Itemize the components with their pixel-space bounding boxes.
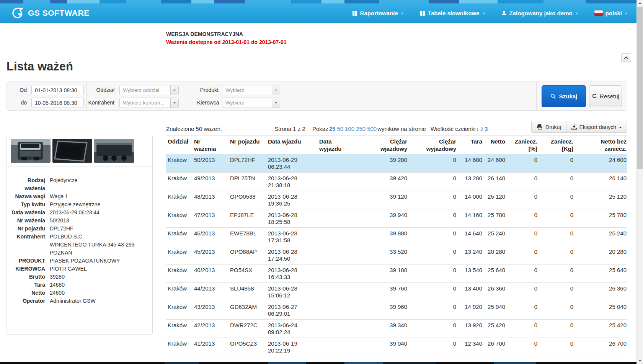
- col-header-zaniecz-proc[interactable]: Zaniecz.[%]: [506, 136, 538, 154]
- cell-netto: 26 140: [483, 173, 506, 191]
- date-filter-section: Od do: [7, 82, 87, 110]
- cell-nr-wazenia: 47/2013: [193, 209, 228, 228]
- detail-label: Rodzaj ważenia: [11, 176, 50, 193]
- vertical-scrollbar[interactable]: [636, 0, 643, 364]
- cell-netto: 26 700: [483, 338, 506, 356]
- nav-item-language[interactable]: polski: [594, 10, 628, 16]
- weighing-row[interactable]: Kraków49/2013DPL25TN2013-06-2821:38:1839…: [166, 173, 627, 191]
- cell-netto-bez-zaniecz: 20 280: [574, 246, 627, 264]
- book-icon: [420, 10, 425, 16]
- weighing-row[interactable]: Kraków42/2013DWR272C2013-06-2409:02:2439…: [166, 320, 627, 338]
- cell-netto-bez-zaniecz: 24 600: [574, 154, 627, 173]
- cell-tara: 13 920: [457, 320, 483, 338]
- nav-item-logged-in-user[interactable]: Zalogowany jako demo: [501, 10, 578, 16]
- weighing-row[interactable]: Kraków40/2013PO54SX2013-06-2816:43:3339 …: [166, 264, 627, 283]
- cell-zaniecz-proc: 0: [506, 320, 538, 338]
- driver-select[interactable]: Wybierz: [222, 98, 280, 108]
- page-size-option-25[interactable]: 25: [329, 126, 336, 132]
- page-size-option-50[interactable]: 50: [337, 126, 343, 132]
- weighing-row[interactable]: Kraków43/2013GD632AM2013-06-2706:29:0139…: [166, 301, 627, 320]
- page-size-option-500[interactable]: 500: [367, 126, 377, 132]
- cell-data-wyjazdu: [318, 320, 360, 338]
- detail-value: 14680: [50, 281, 146, 289]
- col-header-data-wyjazdu[interactable]: Datawyjazdu: [318, 136, 360, 154]
- list-toolbar: Znaleziono 50 ważeń. Strona 1 z 2 Pokaż2…: [166, 121, 627, 135]
- cell-ciezar-wjazdowy: 33 520: [360, 246, 408, 264]
- detail-row: KontrahentPOLBUD S.C.WINCENTEGO TURKA 34…: [11, 233, 146, 257]
- chevron-down-icon: [272, 85, 280, 95]
- page-size-option-250[interactable]: 250: [356, 126, 366, 132]
- show-suffix: wyników na stronie: [377, 126, 426, 132]
- cell-ciezar-wjazdowy: 39 040: [360, 338, 408, 356]
- col-header-nr-pojazdu[interactable]: Nr pojazdu: [228, 136, 266, 154]
- col-header-netto-bez-zaniecz[interactable]: Netto bezzaniecz.: [574, 136, 627, 154]
- weighing-row[interactable]: Kraków47/2013EPJ87LE2013-06-2818:25:5839…: [166, 209, 627, 228]
- detail-value: 39280: [50, 273, 146, 281]
- col-header-ciezar-wyjazdowy[interactable]: Ciężarwyjazdowy: [408, 136, 457, 154]
- font-size-option-2[interactable]: 2: [480, 126, 483, 132]
- cell-zaniecz-proc: 0: [506, 246, 538, 264]
- scroll-up-arrow[interactable]: [637, 0, 643, 7]
- search-button[interactable]: Szukaj: [542, 85, 586, 107]
- cell-nr-pojazdu: GD632AM: [228, 301, 266, 320]
- chevron-down-icon: [272, 98, 280, 108]
- cell-zaniecz-proc: 0: [506, 191, 538, 209]
- cell-ciezar-wyjazdowy: 0: [408, 338, 457, 356]
- cell-nr-pojazdu: OPO5CZ3: [228, 338, 266, 356]
- weighing-photo-truck-front[interactable]: [11, 139, 51, 163]
- cell-netto: 25 780: [483, 209, 506, 228]
- cell-ciezar-wjazdowy: 39 760: [360, 283, 408, 301]
- brand-logo[interactable]: GS SOFTWARE: [11, 7, 90, 20]
- show-label: Pokaż: [312, 126, 328, 132]
- chevron-down-icon: [401, 13, 404, 14]
- weighing-row[interactable]: Kraków50/2013DPL72HF2013-06-2906:23:4439…: [166, 154, 627, 173]
- results-count: Znaleziono 50 ważeń.: [166, 126, 222, 132]
- col-header-ciezar-wjazdowy[interactable]: Ciężarwjazdowy: [360, 136, 408, 154]
- col-header-zaniecz-kg[interactable]: Zaniecz.[Kg]: [538, 136, 574, 154]
- weighing-list-area: Znaleziono 50 ważeń. Strona 1 z 2 Pokaż2…: [166, 121, 627, 356]
- page-size-option-100[interactable]: 100: [345, 126, 354, 132]
- product-select[interactable]: Wybierz: [222, 85, 280, 95]
- date-to-input[interactable]: [31, 98, 84, 108]
- col-header-nr-wazenia[interactable]: Nrważenia: [193, 136, 228, 154]
- detail-row: Rodzaj ważeniaPojedyncze: [11, 176, 146, 193]
- col-header-netto[interactable]: Netto: [483, 136, 506, 154]
- cell-tara: 13 540: [457, 264, 483, 283]
- print-button[interactable]: Drukuj: [531, 121, 566, 133]
- scrollbar-thumb[interactable]: [637, 7, 643, 169]
- weighing-row[interactable]: Kraków45/2013OPO88AP2013-06-2817:24:5033…: [166, 246, 627, 264]
- collapse-header-button[interactable]: [621, 53, 631, 62]
- font-size-option-1[interactable]: 1: [477, 127, 479, 132]
- weighing-photo-trailer-top[interactable]: [52, 139, 92, 163]
- nav-item-raportowanie[interactable]: Raportowanie: [352, 10, 404, 16]
- cell-zaniecz-kg: 0: [538, 173, 574, 191]
- detail-value: 50/2013: [50, 217, 146, 225]
- cell-data-wjazdu: 2013-06-2816:43:33: [266, 264, 318, 283]
- export-button[interactable]: Eksport danych: [566, 121, 628, 133]
- col-header-data-wjazdu[interactable]: Data wjazdu: [266, 136, 318, 154]
- branch-select[interactable]: Wybierz oddział: [119, 85, 179, 95]
- col-header-tara[interactable]: Tara: [457, 136, 483, 154]
- cell-ciezar-wyjazdowy: 0: [408, 173, 457, 191]
- weighing-row[interactable]: Kraków44/2013SLU48582013-06-2815:06:1239…: [166, 283, 627, 301]
- cell-zaniecz-proc: 0: [506, 154, 538, 173]
- weighing-row[interactable]: Kraków41/2013OPO5CZ32013-06-1920:22:1939…: [166, 338, 627, 356]
- detail-row: Typ kwituPrzyjęcie zewnętrzne: [11, 201, 146, 209]
- weighing-row[interactable]: Kraków46/2013EWE78BL2013-06-2817:31:5839…: [166, 228, 627, 246]
- col-header-oddzial[interactable]: Oddział: [166, 136, 193, 154]
- gs-logo-icon: [11, 7, 26, 20]
- cell-nr-wazenia: 48/2013: [193, 191, 228, 209]
- cell-zaniecz-proc: 0: [506, 301, 538, 320]
- product-label: Produkt: [197, 85, 219, 95]
- nav-item-tabele-slownikowe[interactable]: Tabele słownikowe: [420, 10, 485, 16]
- date-from-input[interactable]: [31, 85, 84, 95]
- font-size-option-3[interactable]: 3: [485, 126, 488, 132]
- weighing-row[interactable]: Kraków48/2013OPO05382013-06-2819:36:2539…: [166, 191, 627, 209]
- scroll-down-arrow[interactable]: [637, 357, 643, 364]
- reset-button[interactable]: Resetuj: [589, 85, 622, 107]
- weighing-photo-trailer-side[interactable]: [94, 139, 134, 163]
- decorative-bottom-strip: [0, 362, 636, 364]
- cell-nr-pojazdu: OPO0538: [228, 191, 266, 209]
- detail-value: Pojedyncze: [50, 176, 146, 193]
- contractor-select[interactable]: Wybierz kontrah...: [119, 98, 179, 108]
